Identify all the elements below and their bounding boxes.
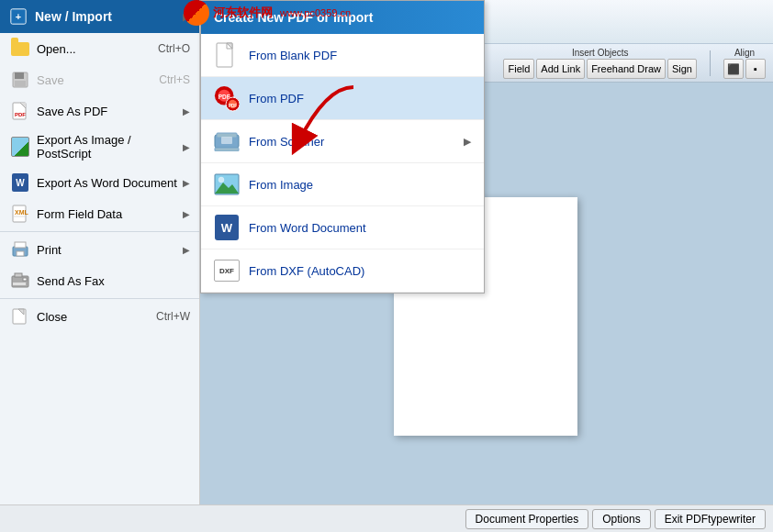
blank-pdf-label: From Blank PDF	[249, 49, 337, 62]
scanner-label: From Scanner	[249, 135, 324, 149]
bottom-buttons: Document Properties Options Exit PDFtype…	[0, 504, 773, 532]
add-link-btn[interactable]: Add Link	[536, 59, 585, 79]
export-word-arrow: ▶	[183, 178, 190, 188]
menu-sep1	[0, 231, 199, 232]
export-word-label: Export As Word Document	[37, 176, 183, 190]
svg-rect-17	[17, 251, 24, 256]
sidebar-item-export-image[interactable]: Export As Image / PostScript ▶	[0, 127, 199, 167]
sidebar-item-print[interactable]: Print ▶	[0, 234, 199, 265]
sidebar-item-form-field[interactable]: XML Form Field Data ▶	[0, 198, 199, 229]
options-button[interactable]: Options	[592, 509, 650, 529]
new-import-arrow: ▶	[183, 12, 190, 22]
form-field-icon: XML	[11, 205, 29, 223]
export-image-arrow: ▶	[183, 142, 190, 152]
menu-sep2	[0, 298, 199, 299]
word-label: From Word Document	[249, 221, 366, 235]
submenu-header: Create New PDF or Import	[201, 1, 484, 34]
image-icon	[214, 172, 240, 197]
dxf-icon: DXF	[214, 258, 240, 283]
sidebar-item-new-import[interactable]: + New / Import ▶	[0, 0, 199, 33]
svg-rect-16	[15, 242, 26, 248]
submenu-item-from-image[interactable]: From Image	[201, 163, 484, 206]
svg-rect-36	[215, 148, 239, 151]
fax-label: Send As Fax	[37, 274, 190, 288]
freehand-btn[interactable]: Freehand Draw	[587, 59, 666, 79]
submenu-panel: Create New PDF or Import From Blank PDF …	[200, 0, 485, 294]
svg-rect-19	[15, 273, 22, 277]
sidebar-menu: + New / Import ▶ Open... Ctrl+O Save Ctr…	[0, 0, 200, 532]
print-arrow: ▶	[183, 245, 190, 255]
svg-point-40	[218, 177, 224, 183]
fax-icon	[11, 272, 29, 290]
export-image-label: Export As Image / PostScript	[37, 133, 183, 161]
svg-rect-7	[15, 81, 26, 86]
from-pdf-icon: PDF PDF	[214, 85, 240, 111]
svg-text:PDF: PDF	[15, 112, 26, 117]
submenu-item-from-scanner[interactable]: From Scanner ▶	[201, 120, 484, 163]
form-field-arrow: ▶	[183, 209, 190, 219]
open-shortcut: Ctrl+O	[158, 42, 190, 55]
svg-text:XML: XML	[15, 209, 28, 216]
export-word-icon: W	[11, 173, 29, 192]
svg-text:+: +	[16, 11, 21, 22]
svg-rect-37	[221, 137, 232, 144]
save-label: Save	[37, 73, 151, 87]
submenu-item-from-word[interactable]: W From Word Document	[201, 206, 484, 249]
sign-btn[interactable]: Sign	[667, 59, 697, 79]
open-folder-icon	[11, 39, 29, 58]
align-left-btn[interactable]: ⬛	[723, 59, 744, 79]
align-label: Align	[734, 48, 755, 58]
save-shortcut: Ctrl+S	[159, 73, 190, 86]
form-field-label: Form Field Data	[37, 207, 183, 221]
sidebar-item-fax[interactable]: Send As Fax	[0, 265, 199, 296]
save-as-pdf-label: Save As PDF	[37, 105, 183, 118]
svg-rect-21	[13, 283, 26, 285]
scanner-arrow: ▶	[464, 136, 471, 148]
new-import-label: New / Import	[35, 9, 183, 24]
open-label: Open...	[37, 42, 151, 56]
print-label: Print	[37, 243, 183, 257]
word-icon: W	[214, 215, 240, 240]
save-icon	[11, 71, 29, 89]
field-btn[interactable]: Field	[503, 59, 534, 79]
save-as-pdf-arrow: ▶	[183, 106, 190, 116]
sidebar-item-save-as-pdf[interactable]: PDF Save As PDF ▶	[0, 95, 199, 127]
submenu-item-from-dxf[interactable]: DXF From DXF (AutoCAD)	[201, 249, 484, 293]
sidebar-item-close[interactable]: Close Ctrl+W	[0, 301, 199, 332]
svg-rect-6	[15, 72, 24, 79]
submenu-item-from-pdf[interactable]: PDF PDF From PDF	[201, 77, 484, 120]
new-import-icon: +	[9, 7, 28, 26]
submenu-item-blank-pdf[interactable]: From Blank PDF	[201, 34, 484, 77]
close-label: Close	[37, 310, 149, 324]
close-shortcut: Ctrl+W	[156, 310, 190, 323]
save-as-pdf-icon: PDF	[11, 102, 29, 120]
print-icon	[11, 240, 29, 259]
doc-properties-button[interactable]: Document Properties	[465, 509, 589, 529]
dxf-label: From DXF (AutoCAD)	[249, 264, 364, 278]
svg-text:PDF: PDF	[229, 104, 237, 108]
exit-button[interactable]: Exit PDFtypewriter	[655, 509, 766, 529]
from-pdf-label: From PDF	[249, 92, 304, 105]
scanner-icon	[214, 128, 240, 154]
insert-objects-label: Insert Objects	[572, 48, 629, 58]
blank-pdf-icon	[214, 42, 240, 68]
align-right-btn[interactable]: ▪	[745, 59, 766, 79]
sidebar-item-export-word[interactable]: W Export As Word Document ▶	[0, 167, 199, 198]
export-image-icon	[11, 138, 29, 156]
close-icon	[11, 307, 29, 326]
sidebar-item-open[interactable]: Open... Ctrl+O	[0, 33, 199, 64]
svg-rect-20	[23, 278, 27, 281]
sidebar-item-save[interactable]: Save Ctrl+S	[0, 64, 199, 95]
image-label: From Image	[249, 178, 313, 192]
